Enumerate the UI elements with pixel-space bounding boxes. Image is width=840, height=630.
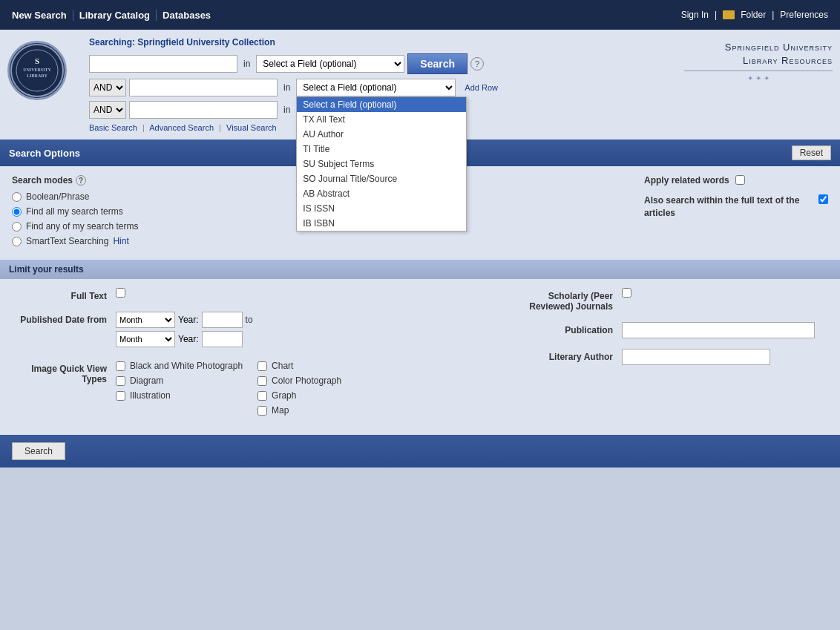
scholarly-row: Scholarly (Peer Reviewed) Journals xyxy=(518,288,828,312)
dropdown-item-0[interactable]: Select a Field (optional) xyxy=(297,97,466,112)
scholarly-label: Scholarly (Peer Reviewed) Journals xyxy=(518,288,622,312)
search-modes-help-icon[interactable]: ? xyxy=(76,175,86,186)
logo-area: S UNIVERSITY LIBRARY xyxy=(7,37,89,132)
mode-find-any-radio[interactable] xyxy=(12,222,22,232)
nav-new-search[interactable]: New Search xyxy=(12,10,73,21)
uni-name-line2: Library Resources xyxy=(684,54,833,68)
dropdown-item-ib[interactable]: IB ISBN xyxy=(297,216,466,231)
month-select-from[interactable]: Month JanuaryFebruaryMarch AprilMayJune … xyxy=(116,312,175,328)
dropdown-item-tx[interactable]: TX All Text xyxy=(297,112,466,127)
scholarly-checkbox[interactable] xyxy=(622,288,631,298)
pipe1: | xyxy=(142,123,145,132)
field-select-1[interactable]: Select a Field (optional) TX All Text AU… xyxy=(256,55,404,73)
svg-text:S: S xyxy=(35,56,39,65)
search-options-right: Apply related words Also search within t… xyxy=(632,166,840,260)
top-navigation: New Search Library Catalog Databases Sig… xyxy=(0,0,840,30)
search-input-2[interactable] xyxy=(129,79,278,96)
bw-photo-checkbox[interactable] xyxy=(116,361,125,371)
color-photo-label: Color Photograph xyxy=(272,375,341,386)
chart-checkbox[interactable] xyxy=(257,361,267,371)
also-search-checkbox[interactable] xyxy=(818,194,828,204)
add-row-link[interactable]: Add Row xyxy=(465,83,498,92)
mode-smarttext-label: SmartText Searching xyxy=(26,236,108,246)
image-type-map: Map xyxy=(257,405,341,416)
published-date-value: Month JanuaryFebruaryMarch AprilMayJune … xyxy=(116,312,494,350)
fulltext-row: Full Text xyxy=(12,288,494,301)
search-button[interactable]: Search xyxy=(407,53,467,74)
smarttext-hint-link[interactable]: Hint xyxy=(113,236,128,246)
year-input-from[interactable] xyxy=(202,312,243,328)
apply-related-checkbox[interactable] xyxy=(735,175,745,185)
mode-boolean-radio[interactable] xyxy=(12,192,22,202)
help-icon-1[interactable]: ? xyxy=(470,57,484,70)
university-name: Springfield University Library Resources xyxy=(684,41,833,68)
advanced-search-link[interactable]: Advanced Search xyxy=(149,123,214,132)
uni-stars: ✦ ✦ ✦ xyxy=(684,74,833,82)
map-checkbox[interactable] xyxy=(257,406,267,416)
mode-find-all-radio[interactable] xyxy=(12,207,22,217)
to-label: to xyxy=(246,315,253,325)
graph-label: Graph xyxy=(272,390,296,401)
in-label-1: in xyxy=(243,59,250,69)
searching-text: Searching: xyxy=(89,37,135,47)
search-input-3[interactable] xyxy=(129,101,278,119)
dropdown-item-au[interactable]: AU Author xyxy=(297,127,466,142)
illustration-label: Illustration xyxy=(130,390,171,401)
dropdown-item-su[interactable]: SU Subject Terms xyxy=(297,157,466,171)
limit-title: Limit your results xyxy=(9,264,84,275)
university-branding: Springfield University Library Resources… xyxy=(684,37,833,132)
year-input-to[interactable] xyxy=(202,331,243,347)
uni-divider xyxy=(684,70,833,71)
nav-library-catalog[interactable]: Library Catalog xyxy=(73,10,157,21)
image-types-label: Image Quick View Types xyxy=(12,361,116,384)
pipe-divider2: | xyxy=(772,10,774,20)
bottom-search-button[interactable]: Search xyxy=(12,442,65,460)
reset-button[interactable]: Reset xyxy=(792,145,831,160)
month-select-to[interactable]: Month JanuaryFebruaryMarch AprilMayJune … xyxy=(116,331,175,347)
limit-right: Scholarly (Peer Reviewed) Journals Publi… xyxy=(506,279,840,435)
graph-checkbox[interactable] xyxy=(257,391,267,401)
image-col-2: Chart Color Photograph Graph xyxy=(257,361,341,416)
and-select-3[interactable]: AND OR NOT xyxy=(89,101,126,119)
scholarly-value xyxy=(622,288,828,300)
dropdown-item-ab[interactable]: AB Abstract xyxy=(297,186,466,201)
nav-databases[interactable]: Databases xyxy=(157,10,217,21)
fulltext-label: Full Text xyxy=(12,288,116,301)
published-date-label: Published Date from xyxy=(12,312,116,325)
image-types-row: Image Quick View Types Black and White P… xyxy=(12,361,494,416)
dropdown-item-is[interactable]: IS ISSN xyxy=(297,201,466,216)
limit-header: Limit your results xyxy=(0,260,840,279)
dropdown-item-so[interactable]: SO Journal Title/Source xyxy=(297,171,466,186)
basic-search-link[interactable]: Basic Search xyxy=(89,123,137,132)
color-photo-checkbox[interactable] xyxy=(257,376,267,386)
sign-in-link[interactable]: Sign In xyxy=(681,10,709,20)
and-select-2[interactable]: AND OR NOT xyxy=(89,79,126,96)
field-select-2-closed[interactable]: Select a Field (optional) xyxy=(296,79,456,96)
mode-boolean-label: Boolean/Phrase xyxy=(26,191,89,202)
preferences-link[interactable]: Preferences xyxy=(780,10,828,20)
diagram-checkbox[interactable] xyxy=(116,376,125,386)
fulltext-value xyxy=(116,288,494,300)
svg-text:UNIVERSITY: UNIVERSITY xyxy=(23,68,51,72)
also-search-label: Also search within the full text of the … xyxy=(644,195,799,218)
fulltext-checkbox[interactable] xyxy=(116,288,125,298)
visual-search-link[interactable]: Visual Search xyxy=(226,123,277,132)
apply-related-label: Apply related words xyxy=(644,175,729,186)
illustration-checkbox[interactable] xyxy=(116,391,125,401)
map-label: Map xyxy=(272,405,289,416)
folder-link[interactable]: Folder xyxy=(741,10,766,20)
literary-author-input[interactable] xyxy=(622,349,770,365)
year-label-from: Year: xyxy=(178,315,199,325)
search-input-1[interactable] xyxy=(89,55,237,73)
field-dropdown-open: Select a Field (optional) TX All Text AU… xyxy=(296,96,467,232)
mode-smarttext: SmartText Searching Hint xyxy=(12,236,620,246)
publication-input[interactable] xyxy=(622,322,815,338)
dropdown-item-ti[interactable]: TI Title xyxy=(297,142,466,157)
year-label-to: Year: xyxy=(178,334,199,344)
mode-smarttext-radio[interactable] xyxy=(12,237,22,246)
image-type-chart: Chart xyxy=(257,361,341,371)
bw-photo-label: Black and White Photograph xyxy=(130,361,243,371)
publication-value xyxy=(622,322,828,338)
also-search-section: Also search within the full text of the … xyxy=(644,194,828,220)
limit-left: Full Text Published Date from Month Janu… xyxy=(0,279,506,435)
